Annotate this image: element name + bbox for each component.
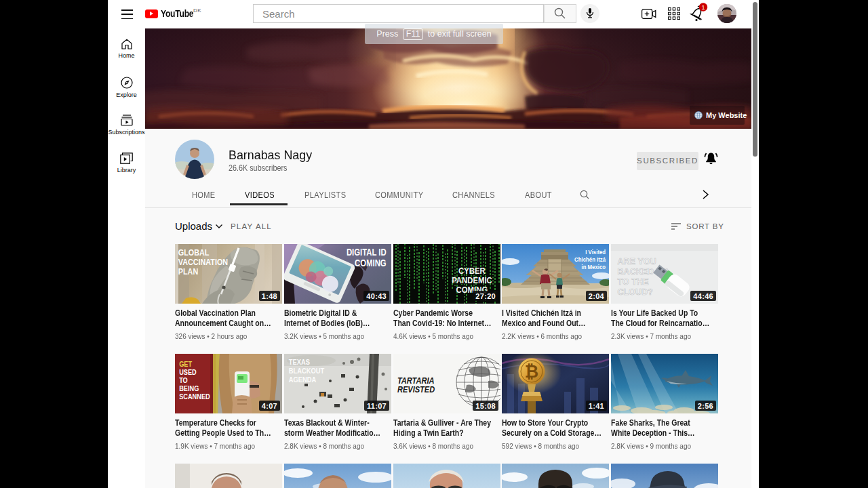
- svg-text:COMING: COMING: [355, 258, 387, 268]
- svg-text:PANDEMIC: PANDEMIC: [452, 275, 492, 285]
- svg-text:ARE YOU: ARE YOU: [618, 257, 656, 266]
- svg-text:SCANNED: SCANNED: [179, 392, 210, 401]
- svg-text:REVISTED: REVISTED: [397, 384, 435, 394]
- svg-text:₿: ₿: [525, 362, 538, 381]
- svg-text:BLACKOUT: BLACKOUT: [289, 367, 325, 375]
- svg-text:in Mexico: in Mexico: [581, 263, 606, 270]
- svg-text:PLAN: PLAN: [178, 266, 198, 277]
- svg-text:TO: TO: [179, 376, 188, 384]
- svg-text:GET: GET: [179, 360, 192, 368]
- svg-text:BEING: BEING: [179, 384, 199, 392]
- svg-text:TEXAS: TEXAS: [289, 358, 310, 366]
- svg-text:TO THE: TO THE: [618, 277, 649, 287]
- svg-text:CYBER: CYBER: [458, 266, 486, 276]
- svg-text:Chichén Itzá: Chichén Itzá: [574, 256, 606, 263]
- svg-text:AGENDA: AGENDA: [289, 375, 317, 384]
- svg-text:DIGITAL ID: DIGITAL ID: [347, 247, 387, 258]
- svg-text:1: 1: [701, 4, 705, 11]
- svg-text:USED: USED: [179, 368, 197, 376]
- svg-text:I Visited: I Visited: [585, 248, 606, 256]
- svg-text:CLOUD?: CLOUD?: [618, 287, 654, 297]
